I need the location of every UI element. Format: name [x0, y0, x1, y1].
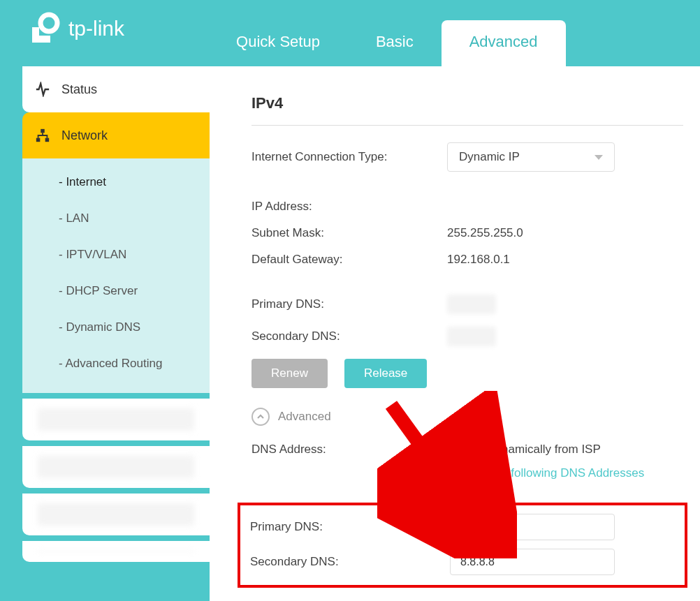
brand-text: tp-link: [68, 17, 124, 40]
svg-point-0: [41, 15, 57, 31]
secondary-dns-input[interactable]: [450, 549, 615, 575]
content-panel: IPv4 Internet Connection Type: Dynamic I…: [210, 66, 700, 601]
primary-dns-value-redacted: [447, 295, 496, 314]
chevron-down-icon: [595, 155, 603, 160]
radio-label: Get dynamically from ISP: [467, 443, 601, 457]
gateway-label: Default Gateway:: [251, 253, 447, 267]
row-connection-type: Internet Connection Type: Dynamic IP: [251, 142, 683, 172]
radio-icon: [447, 443, 460, 456]
ip-address-label: IP Address:: [251, 200, 447, 214]
row-ip-address: IP Address:: [251, 200, 683, 214]
sidebar-item-label: Network: [61, 128, 108, 143]
advanced-toggle-label: Advanced: [278, 410, 331, 424]
sidebar-item-redacted[interactable]: [22, 494, 210, 535]
tp-link-logo-icon: [28, 12, 61, 45]
dns-radio-group: Get dynamically from ISP Use the followi…: [447, 443, 644, 490]
svg-rect-1: [32, 27, 39, 43]
row-subnet: Subnet Mask: 255.255.255.0: [251, 226, 683, 240]
sidebar-sub-ddns[interactable]: - Dynamic DNS: [22, 309, 210, 346]
row-primary-dns-ro: Primary DNS:: [251, 295, 683, 314]
advanced-toggle[interactable]: Advanced: [251, 408, 683, 426]
sidebar-sub-dhcp[interactable]: - DHCP Server: [22, 273, 210, 309]
activity-icon: [35, 82, 50, 97]
svg-rect-5: [45, 138, 50, 142]
sidebar-item-status[interactable]: Status: [22, 66, 210, 112]
release-button[interactable]: Release: [344, 359, 427, 388]
secondary-dns-value-redacted: [447, 327, 496, 346]
subnet-value: 255.255.255.0: [447, 226, 523, 240]
svg-rect-3: [41, 129, 45, 133]
row-primary-dns-input: Primary DNS:: [250, 514, 679, 540]
radio-label: Use the following DNS Addresses: [467, 466, 644, 480]
row-dns-address: DNS Address: Get dynamically from ISP Us…: [251, 443, 683, 490]
sidebar-item-network[interactable]: Network: [22, 112, 210, 158]
sidebar-sub-routing[interactable]: - Advanced Routing: [22, 346, 210, 382]
radio-dns-isp[interactable]: Get dynamically from ISP: [447, 443, 644, 457]
connection-type-select[interactable]: Dynamic IP: [447, 142, 615, 172]
collapse-up-icon: [251, 408, 270, 426]
dns-highlight-box: Primary DNS: Secondary DNS:: [238, 503, 687, 588]
primary-dns-input-label: Primary DNS:: [250, 520, 450, 534]
connection-type-label: Internet Connection Type:: [251, 150, 447, 164]
section-title: IPv4: [251, 94, 683, 126]
header: tp-link Quick Setup Basic Advanced: [0, 0, 700, 66]
brand-logo: tp-link: [28, 12, 124, 66]
sidebar-submenu: - Internet - LAN - IPTV/VLAN - DHCP Serv…: [22, 158, 210, 393]
secondary-dns-input-label: Secondary DNS:: [250, 555, 450, 569]
radio-icon: [447, 467, 460, 480]
select-value: Dynamic IP: [459, 150, 520, 164]
sidebar-sub-internet[interactable]: - Internet: [22, 164, 210, 200]
subnet-label: Subnet Mask:: [251, 226, 447, 240]
svg-rect-2: [39, 36, 50, 43]
sidebar-item-redacted[interactable]: [22, 446, 210, 488]
row-secondary-dns-input: Secondary DNS:: [250, 549, 679, 575]
radio-dns-custom[interactable]: Use the following DNS Addresses: [447, 466, 644, 480]
renew-button[interactable]: Renew: [251, 359, 328, 388]
secondary-dns-label: Secondary DNS:: [251, 329, 447, 343]
sidebar: Status Network - Internet - LAN - IPTV/V…: [0, 66, 210, 601]
tab-basic[interactable]: Basic: [348, 20, 442, 66]
row-secondary-dns-ro: Secondary DNS:: [251, 327, 683, 346]
dns-address-label: DNS Address:: [251, 443, 447, 457]
sidebar-item-redacted[interactable]: [22, 399, 210, 440]
primary-dns-label: Primary DNS:: [251, 297, 447, 311]
gateway-value: 192.168.0.1: [447, 253, 510, 267]
primary-dns-input[interactable]: [450, 514, 615, 540]
sidebar-item-label: Status: [61, 82, 97, 97]
sidebar-item-redacted[interactable]: [22, 541, 210, 562]
tab-advanced[interactable]: Advanced: [442, 20, 566, 66]
main: Status Network - Internet - LAN - IPTV/V…: [0, 66, 700, 601]
row-gateway: Default Gateway: 192.168.0.1: [251, 253, 683, 267]
button-row: Renew Release: [251, 359, 683, 388]
sidebar-sub-lan[interactable]: - LAN: [22, 200, 210, 237]
svg-rect-4: [36, 138, 41, 142]
network-icon: [35, 128, 50, 143]
tab-quick-setup[interactable]: Quick Setup: [208, 20, 348, 66]
tabs: Quick Setup Basic Advanced: [208, 20, 566, 66]
sidebar-sub-iptv[interactable]: - IPTV/VLAN: [22, 237, 210, 273]
